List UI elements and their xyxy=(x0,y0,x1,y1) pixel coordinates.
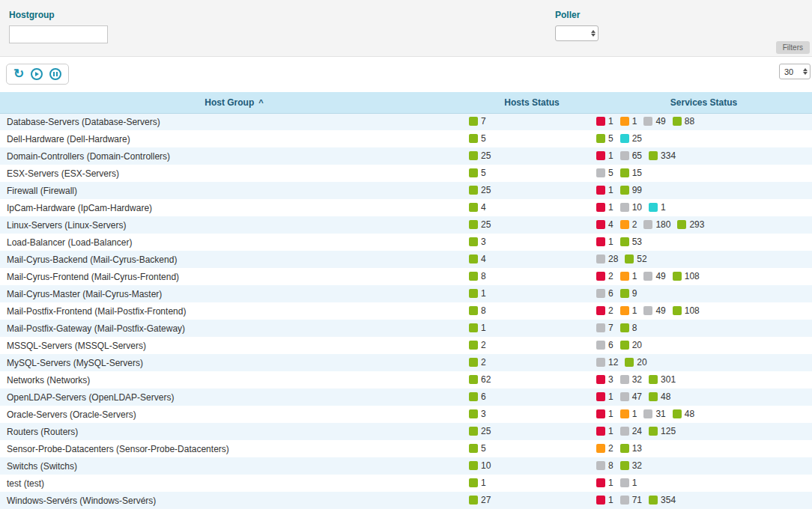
status-badge-green[interactable]: 4 xyxy=(469,202,486,213)
status-badge-gray[interactable]: 47 xyxy=(620,391,642,402)
column-hosts-status[interactable]: Hosts Status xyxy=(468,92,596,113)
hostgroup-name[interactable]: Sensor-Probe-Datacenters (Sensor-Probe-D… xyxy=(0,440,468,457)
status-badge-green[interactable]: 48 xyxy=(673,409,694,419)
status-badge-red[interactable]: 4 xyxy=(596,219,613,230)
page-size-select[interactable]: 30 xyxy=(779,64,811,79)
hostgroup-name[interactable]: Mail-Postfix-Gateway (Mail-Postfix-Gatew… xyxy=(0,320,468,337)
status-badge-gray[interactable]: 49 xyxy=(643,116,665,127)
status-badge-red[interactable]: 1 xyxy=(596,185,613,195)
status-badge-green[interactable]: 1 xyxy=(469,288,486,299)
pause-icon[interactable] xyxy=(49,68,61,80)
hostgroup-name[interactable]: Load-Balancer (Load-Balancer) xyxy=(0,234,468,251)
status-badge-green[interactable]: 10 xyxy=(469,460,491,471)
status-badge-red[interactable]: 1 xyxy=(596,391,613,402)
hostgroup-name[interactable]: OpenLDAP-Servers (OpenLDAP-Servers) xyxy=(0,388,468,406)
status-badge-orange[interactable]: 2 xyxy=(620,219,637,230)
status-badge-red[interactable]: 1 xyxy=(596,426,613,436)
status-badge-green[interactable]: 48 xyxy=(649,391,670,402)
status-badge-green[interactable]: 52 xyxy=(625,254,646,264)
status-badge-green[interactable]: 2 xyxy=(469,340,486,350)
status-badge-green[interactable]: 334 xyxy=(649,150,676,161)
status-badge-green[interactable]: 6 xyxy=(469,391,486,402)
hostgroup-name[interactable]: Networks (Networks) xyxy=(0,371,468,388)
hostgroup-name[interactable]: Firewall (Firewall) xyxy=(0,182,468,199)
status-badge-green[interactable]: 25 xyxy=(469,219,491,230)
status-badge-green[interactable]: 125 xyxy=(649,426,676,436)
status-badge-gray[interactable]: 6 xyxy=(596,340,613,350)
status-badge-green[interactable]: 7 xyxy=(469,116,486,127)
status-badge-green[interactable]: 25 xyxy=(469,185,491,195)
status-badge-orange[interactable]: 1 xyxy=(620,116,637,127)
status-badge-green[interactable]: 3 xyxy=(469,409,486,419)
status-badge-green[interactable]: 5 xyxy=(596,133,613,144)
status-badge-gray[interactable]: 12 xyxy=(596,357,618,368)
status-badge-red[interactable]: 2 xyxy=(596,271,613,281)
hostgroup-name[interactable]: test (test) xyxy=(0,475,468,492)
status-badge-red[interactable]: 1 xyxy=(596,150,613,161)
hostgroup-name[interactable]: MySQL-Servers (MySQL-Servers) xyxy=(0,354,468,371)
status-badge-green[interactable]: 99 xyxy=(620,185,642,195)
status-badge-orange[interactable]: 1 xyxy=(620,271,637,281)
hostgroup-name[interactable]: MSSQL-Servers (MSSQL-Servers) xyxy=(0,337,468,354)
status-badge-gray[interactable]: 28 xyxy=(596,254,618,264)
status-badge-gray[interactable]: 31 xyxy=(643,409,665,419)
status-badge-green[interactable]: 4 xyxy=(469,254,486,264)
status-badge-gray[interactable]: 10 xyxy=(620,202,642,213)
status-badge-green[interactable]: 8 xyxy=(620,323,637,333)
status-badge-green[interactable]: 8 xyxy=(469,271,486,281)
status-badge-red[interactable]: 1 xyxy=(596,237,613,247)
status-badge-red[interactable]: 1 xyxy=(596,202,613,213)
status-badge-green[interactable]: 293 xyxy=(677,219,704,230)
hostgroup-name[interactable]: Mail-Cyrus-Master (Mail-Cyrus-Master) xyxy=(0,285,468,302)
status-badge-green[interactable]: 108 xyxy=(673,305,700,316)
status-badge-red[interactable]: 1 xyxy=(596,495,613,505)
status-badge-green[interactable]: 9 xyxy=(620,288,637,299)
status-badge-red[interactable]: 3 xyxy=(596,374,613,385)
status-badge-green[interactable]: 2 xyxy=(469,357,486,368)
column-host-group[interactable]: Host Group^ xyxy=(0,92,468,113)
status-badge-gray[interactable]: 24 xyxy=(620,426,642,436)
status-badge-green[interactable]: 88 xyxy=(673,116,694,127)
status-badge-green[interactable]: 27 xyxy=(469,495,491,505)
status-badge-green[interactable]: 25 xyxy=(469,426,491,436)
status-badge-gray[interactable]: 49 xyxy=(643,305,665,316)
status-badge-gray[interactable]: 49 xyxy=(643,271,665,281)
status-badge-red[interactable]: 2 xyxy=(596,305,613,316)
hostgroup-name[interactable]: Database-Servers (Database-Servers) xyxy=(0,113,468,130)
status-badge-green[interactable]: 5 xyxy=(469,443,486,454)
play-icon[interactable] xyxy=(31,68,43,80)
status-badge-red[interactable]: 1 xyxy=(596,409,613,419)
hostgroup-name[interactable]: Domain-Controllers (Domain-Controllers) xyxy=(0,147,468,165)
hostgroup-name[interactable]: Mail-Cyrus-Backend (Mail-Cyrus-Backend) xyxy=(0,251,468,268)
status-badge-gray[interactable]: 5 xyxy=(596,168,613,178)
status-badge-gray[interactable]: 32 xyxy=(620,374,642,385)
hostgroup-name[interactable]: Windows-Servérs (Windows-Servérs) xyxy=(0,492,468,509)
status-badge-gray[interactable]: 8 xyxy=(596,460,613,471)
status-badge-orange[interactable]: 2 xyxy=(596,443,613,454)
status-badge-green[interactable]: 301 xyxy=(649,374,676,385)
status-badge-green[interactable]: 62 xyxy=(469,374,491,385)
status-badge-red[interactable]: 1 xyxy=(596,478,613,488)
column-services-status[interactable]: Services Status xyxy=(596,92,812,113)
status-badge-cyan[interactable]: 1 xyxy=(649,202,666,213)
hostgroup-name[interactable]: Switchs (Switchs) xyxy=(0,457,468,475)
status-badge-red[interactable]: 1 xyxy=(596,116,613,127)
status-badge-green[interactable]: 20 xyxy=(625,357,646,368)
hostgroup-name[interactable]: Linux-Servers (Linux-Servers) xyxy=(0,216,468,234)
hostgroup-name[interactable]: Mail-Cyrus-Frontend (Mail-Cyrus-Frontend… xyxy=(0,268,468,285)
hostgroup-name[interactable]: Mail-Postfix-Frontend (Mail-Postfix-Fron… xyxy=(0,302,468,320)
status-badge-green[interactable]: 20 xyxy=(620,340,642,350)
status-badge-gray[interactable]: 6 xyxy=(596,288,613,299)
status-badge-green[interactable]: 32 xyxy=(620,460,642,471)
status-badge-cyan[interactable]: 25 xyxy=(620,133,642,144)
hostgroup-name[interactable]: ESX-Servers (ESX-Servers) xyxy=(0,165,468,182)
status-badge-green[interactable]: 5 xyxy=(469,133,486,144)
status-badge-green[interactable]: 354 xyxy=(649,495,676,505)
status-badge-green[interactable]: 15 xyxy=(620,168,642,178)
hostgroup-name[interactable]: IpCam-Hardware (IpCam-Hardware) xyxy=(0,199,468,216)
hostgroup-name[interactable]: Routers (Routers) xyxy=(0,423,468,440)
status-badge-gray[interactable]: 65 xyxy=(620,150,642,161)
status-badge-green[interactable]: 1 xyxy=(469,323,486,333)
status-badge-gray[interactable]: 7 xyxy=(596,323,613,333)
status-badge-green[interactable]: 53 xyxy=(620,237,642,247)
